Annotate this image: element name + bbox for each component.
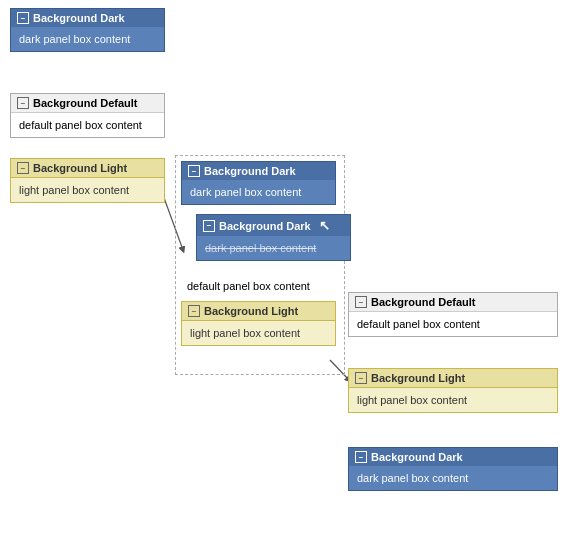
panel-right-dark-body: dark panel box content: [349, 466, 557, 490]
panel-right-light-header: − Background Light: [349, 369, 557, 388]
panel-mid-light-title: Background Light: [204, 305, 298, 317]
panel-top-left-default-body: default panel box content: [11, 113, 164, 137]
panel-top-left-dark-body: dark panel box content: [11, 27, 164, 51]
panel-mid-dark2-header: − Background Dark ↖: [197, 215, 350, 236]
panel-top-left-light: − Background Light light panel box conte…: [10, 158, 165, 203]
panel-top-left-default-title: Background Default: [33, 97, 138, 109]
minus-icon-2: −: [17, 97, 29, 109]
minus-icon-6: −: [188, 305, 200, 317]
panel-top-left-default: − Background Default default panel box c…: [10, 93, 165, 138]
panel-mid-dark2-title: Background Dark: [219, 220, 311, 232]
panel-mid-dark1-title: Background Dark: [204, 165, 296, 177]
panel-right-dark-content: dark panel box content: [357, 472, 468, 484]
panel-right-light-body: light panel box content: [349, 388, 557, 412]
panel-top-left-dark-header: − Background Dark: [11, 9, 164, 27]
panel-right-light: − Background Light light panel box conte…: [348, 368, 558, 413]
middle-group-box: − Background Dark dark panel box content…: [175, 155, 345, 375]
panel-right-light-title: Background Light: [371, 372, 465, 384]
panel-right-default: − Background Default default panel box c…: [348, 292, 558, 337]
panel-mid-default-text: default panel box content: [181, 276, 316, 296]
panel-top-left-light-header: − Background Light: [11, 159, 164, 178]
minus-icon-8: −: [355, 372, 367, 384]
panel-right-default-body: default panel box content: [349, 312, 557, 336]
minus-icon-5: −: [203, 220, 215, 232]
panel-mid-light-header: − Background Light: [182, 302, 335, 321]
minus-icon-4: −: [188, 165, 200, 177]
panel-top-left-light-body: light panel box content: [11, 178, 164, 202]
panel-mid-dark2: − Background Dark ↖ dark panel box conte…: [196, 214, 351, 261]
panel-top-left-dark-title: Background Dark: [33, 12, 125, 24]
panel-right-dark: − Background Dark dark panel box content: [348, 447, 558, 491]
panel-right-light-content: light panel box content: [357, 394, 467, 406]
panel-top-left-dark: − Background Dark dark panel box content: [10, 8, 165, 52]
panel-mid-dark1-content: dark panel box content: [190, 186, 301, 198]
panel-right-default-title: Background Default: [371, 296, 476, 308]
panel-top-left-light-title: Background Light: [33, 162, 127, 174]
panel-top-left-default-content: default panel box content: [19, 119, 142, 131]
panel-mid-light: − Background Light light panel box conte…: [181, 301, 336, 346]
panel-mid-light-body: light panel box content: [182, 321, 335, 345]
minus-icon-7: −: [355, 296, 367, 308]
panel-top-left-default-header: − Background Default: [11, 94, 164, 113]
panel-right-default-content: default panel box content: [357, 318, 480, 330]
panel-mid-dark1-header: − Background Dark: [182, 162, 335, 180]
minus-icon: −: [17, 12, 29, 24]
panel-mid-dark1: − Background Dark dark panel box content: [181, 161, 336, 205]
minus-icon-9: −: [355, 451, 367, 463]
panel-right-dark-title: Background Dark: [371, 451, 463, 463]
panel-mid-dark1-body: dark panel box content: [182, 180, 335, 204]
minus-icon-3: −: [17, 162, 29, 174]
panel-mid-light-content: light panel box content: [190, 327, 300, 339]
panel-right-default-header: − Background Default: [349, 293, 557, 312]
panel-top-left-light-content: light panel box content: [19, 184, 129, 196]
panel-right-dark-header: − Background Dark: [349, 448, 557, 466]
panel-mid-dark2-body: dark panel box content: [197, 236, 350, 260]
panel-mid-dark2-content: dark panel box content: [205, 242, 316, 254]
panel-top-left-dark-content: dark panel box content: [19, 33, 130, 45]
cursor-icon: ↖: [319, 218, 330, 233]
